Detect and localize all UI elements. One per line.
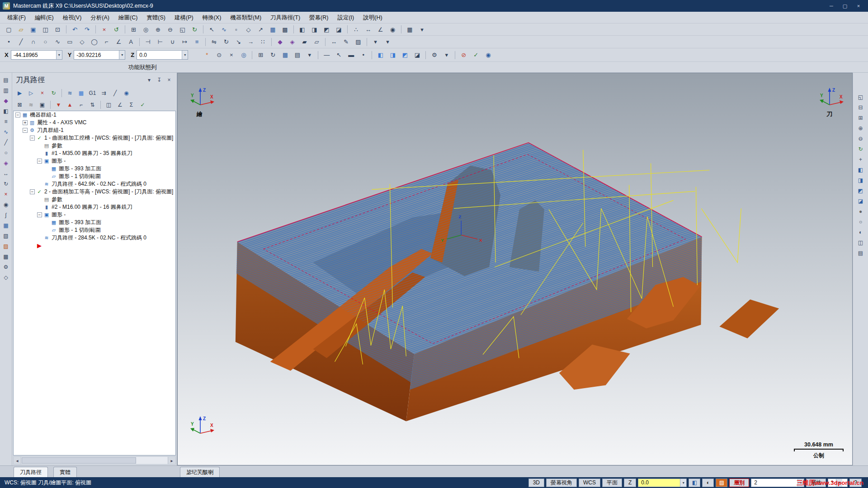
new-file-icon[interactable]: ▢ [3,24,14,34]
status-z-label[interactable]: Z [624,479,636,487]
note-icon[interactable]: ✎ [340,37,352,47]
scale-icon[interactable]: ↘ [233,37,244,47]
line-width-icon[interactable]: ▬ [345,50,357,60]
regen-selected-icon[interactable]: ↻ [48,89,59,98]
tree-row[interactable]: −▦機器群組-1 [14,111,175,119]
menu-item-8[interactable]: 機器類型(M) [226,12,266,23]
save-icon[interactable]: ▣ [28,24,39,34]
dynamic-rotate-icon[interactable]: ↻ [856,144,866,154]
hatch-icon[interactable]: ▨ [353,37,364,47]
mirror-icon[interactable]: ⇋ [208,37,220,47]
fit-view-icon[interactable]: ◱ [856,92,866,102]
translate-icon[interactable]: → [245,37,256,47]
select-all-icon[interactable]: ▦ [267,24,278,34]
select-vector-icon[interactable]: ↗ [255,24,266,34]
surface-trim-icon[interactable]: ▱ [311,37,322,47]
scroll-right-icon[interactable]: ▸ [168,457,175,464]
arc-icon[interactable]: ∩ [28,37,39,47]
dropdown-icon[interactable]: ▾ [680,479,686,487]
menu-item-7[interactable]: 轉換(X) [198,12,226,23]
chamfer-icon[interactable]: ∠ [113,37,124,47]
gview-top-icon[interactable]: ◧ [297,24,308,34]
copy-attributes-icon[interactable]: ◧ [375,50,386,60]
panel-menu-icon[interactable]: ▾ [145,76,153,84]
toggle-display-icon[interactable]: ≋ [26,100,36,109]
status-gview-button[interactable]: 螢幕視角 [546,479,577,487]
attributes-combo-icon[interactable]: ▾ [441,50,452,60]
toolbar-options-icon[interactable]: ▾ [416,24,428,34]
recent-function-icon[interactable]: ◇ [1,272,11,282]
simulator-icon[interactable]: ▩ [1,252,11,261]
right-view-icon[interactable]: ◩ [856,186,866,195]
scroll-left-icon[interactable]: ◂ [14,457,21,464]
solid-manager-icon[interactable]: ◆ [1,96,11,105]
machine-def-icon[interactable]: ▦ [1,221,11,230]
scrollbar-thumb[interactable] [22,457,136,464]
array-icon[interactable]: ∷ [257,37,269,47]
screen-capture-icon[interactable]: ⊞ [255,50,266,60]
gear-icon[interactable]: ⚙ [429,50,440,60]
section-view-icon[interactable]: ◫ [856,238,866,247]
panel-help-icon[interactable]: ◉ [121,89,132,98]
zoom-target-icon[interactable]: ◎ [140,24,151,34]
polygon-icon[interactable]: ◇ [76,37,88,47]
xform-icon[interactable]: ↻ [1,179,11,188]
select-single-icon[interactable]: ↖ [206,24,217,34]
viewsheet2-icon[interactable]: ▤ [856,248,866,258]
translucency-icon[interactable]: ◩ [399,50,410,60]
screenshot-icon[interactable]: ⊡ [52,24,63,34]
tree-expander-icon[interactable]: − [37,212,42,217]
tree-row[interactable]: +▥屬性 - 4 - AXIS VMC [14,119,175,127]
open-file-icon[interactable]: ▱ [15,24,27,34]
point-style-icon[interactable]: • [358,50,369,60]
close-button[interactable]: × [852,1,865,10]
status-z-input[interactable]: 0.0 ▾ [638,479,687,487]
sketch-icon[interactable]: ╱ [1,137,11,147]
clear-colors-icon[interactable]: ⊘ [458,50,469,60]
break-icon[interactable]: ⊢ [155,37,166,47]
menu-item-9[interactable]: 刀具路徑(T) [266,12,305,23]
zoom-window-icon[interactable]: ⊞ [128,24,139,34]
panel-pin-icon[interactable]: ↧ [155,76,163,84]
undelete-icon[interactable]: ↺ [111,24,122,34]
extend-icon[interactable]: ↦ [179,37,190,47]
offset-icon[interactable]: ≡ [191,37,203,47]
panel-close-icon[interactable]: × [165,76,173,84]
line-icon[interactable]: ╱ [15,37,27,47]
tree-row[interactable]: −▣圖形 - [14,211,175,219]
menu-item-6[interactable]: 建構(P) [170,12,198,23]
zoom-out2-icon[interactable]: ⊖ [856,134,866,143]
top-view-icon[interactable]: ◧ [856,165,866,174]
scroll-ops-icon[interactable]: ⇅ [87,100,98,109]
tree-row[interactable]: ≋刀具路徑 - 284.5K - 02.NC - 程式跳碼 0 [14,234,175,242]
shaded-icon[interactable]: ● [856,206,866,216]
dimension-icon[interactable]: ↔ [328,37,340,47]
menu-item-0[interactable]: 檔案(F) [3,12,30,23]
status-3d-toggle[interactable]: 3D [528,479,544,487]
level-manager-icon[interactable]: ≡ [1,117,11,126]
status-level-button[interactable]: 層別 [729,479,749,487]
pan-icon[interactable]: + [856,155,866,164]
grid-combo-icon[interactable]: ▾ [304,50,315,60]
graphics-viewport[interactable]: Z X Y Z X Y 繪 [177,73,853,465]
iso-view-icon[interactable]: ◪ [856,196,866,206]
tree-expander-icon[interactable]: − [30,136,35,141]
redo-icon[interactable]: ↷ [81,24,93,34]
letters-icon[interactable]: A [125,37,137,47]
insert-position-icon[interactable]: ⌐ [76,100,86,109]
shade-status-icon[interactable]: ◐ [702,479,714,487]
arc-tool-icon[interactable]: ○ [1,148,11,157]
zoom-in-icon[interactable]: ⊕ [152,24,164,34]
print-icon[interactable]: ◫ [40,24,51,34]
toolpath-config-icon[interactable]: ╱ [110,89,120,98]
select-mask-icon[interactable]: ▩ [279,24,291,34]
tree-expander-icon[interactable]: + [23,120,28,125]
select-chain-icon[interactable]: ∿ [218,24,230,34]
circle-icon[interactable]: ○ [40,37,51,47]
gview-iso-icon[interactable]: ◪ [333,24,344,34]
highfeed-icon[interactable]: ⇉ [99,89,109,98]
translucent-icon[interactable]: ◐ [856,227,866,237]
wireframe-view-icon[interactable]: ○ [856,217,866,226]
curve-icon[interactable]: ∫ [1,210,11,220]
tree-row[interactable]: ▮#1 - M35.00 圓鼻刀 - 35 圓鼻銑刀 [14,150,175,157]
